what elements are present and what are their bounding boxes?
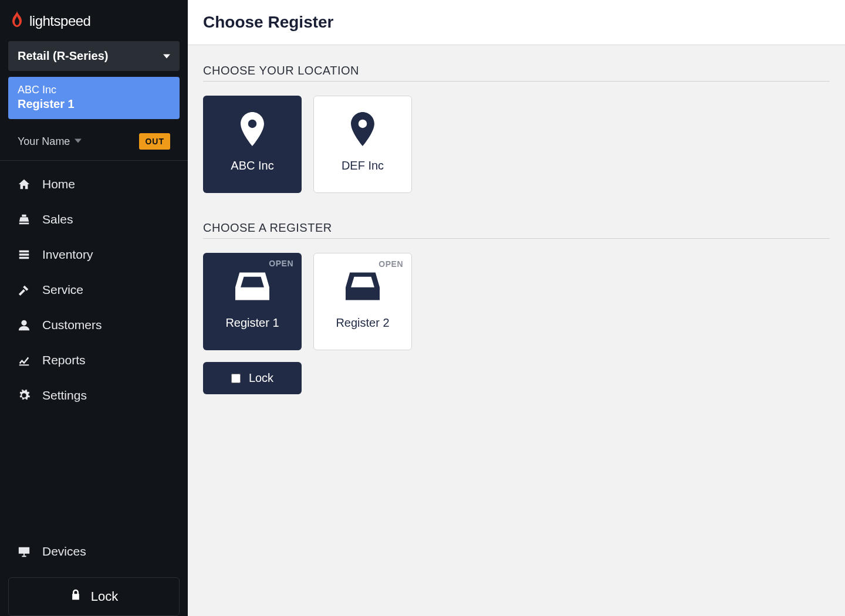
- monitor-icon: [16, 545, 32, 558]
- register-card-row: OPEN Register 1 OPEN Register 2: [203, 253, 830, 350]
- main: Choose Register CHOOSE YOUR LOCATION ABC…: [188, 0, 845, 616]
- location-card-label: ABC Inc: [231, 159, 273, 177]
- pin-icon: [346, 112, 380, 148]
- content: CHOOSE YOUR LOCATION ABC Inc DEF Inc CHO…: [188, 45, 845, 616]
- sidebar-item-label: Home: [42, 177, 75, 191]
- flame-logo-icon: [9, 11, 25, 32]
- context-register: Register 1: [18, 97, 170, 111]
- context-card[interactable]: ABC Inc Register 1: [8, 77, 180, 119]
- sidebar-item-inventory[interactable]: Inventory: [0, 237, 188, 272]
- hammer-icon: [16, 283, 32, 296]
- sidebar-item-label: Devices: [42, 544, 86, 559]
- product-selector[interactable]: Retail (R-Series): [8, 41, 180, 71]
- sidebar-item-label: Service: [42, 283, 83, 297]
- svg-point-0: [21, 320, 26, 326]
- user-name: Your Name: [18, 136, 70, 148]
- lock-button-label: Lock: [91, 589, 118, 604]
- sidebar-item-devices[interactable]: Devices: [0, 534, 188, 569]
- user-icon: [16, 319, 32, 331]
- user-row[interactable]: Your Name OUT: [8, 125, 180, 160]
- brand: lightspeed: [0, 0, 188, 41]
- sidebar-bottom: Devices Lock: [0, 534, 188, 616]
- register-card-1[interactable]: OPEN Register 1: [203, 253, 302, 350]
- register-status-badge: OPEN: [378, 259, 403, 269]
- clock-out-badge[interactable]: OUT: [139, 133, 170, 150]
- gear-icon: [16, 389, 32, 402]
- register-card-label: Register 2: [336, 316, 389, 334]
- sidebar-item-settings[interactable]: Settings: [0, 378, 188, 413]
- sidebar-item-label: Sales: [42, 212, 73, 226]
- sidebar-item-label: Inventory: [42, 248, 93, 262]
- page-header: Choose Register: [188, 0, 845, 45]
- location-card-row: ABC Inc DEF Inc: [203, 96, 830, 193]
- pin-icon: [235, 112, 269, 148]
- register-section-title: CHOOSE A REGISTER: [203, 221, 830, 239]
- lock-register-button[interactable]: Lock: [203, 362, 302, 394]
- lock-action-label: Lock: [249, 371, 273, 385]
- chevron-down-icon: [75, 136, 82, 147]
- product-selector-label: Retail (R-Series): [18, 49, 109, 63]
- main-nav: Home Sales Inventory Service Customers R…: [0, 161, 188, 534]
- location-card-abc[interactable]: ABC Inc: [203, 96, 302, 193]
- brand-name: lightspeed: [29, 13, 90, 29]
- register-card-label: Register 1: [225, 316, 279, 334]
- sidebar-item-home[interactable]: Home: [0, 167, 188, 202]
- sidebar-item-label: Reports: [42, 353, 86, 367]
- sidebar-item-label: Customers: [42, 318, 102, 332]
- context-company: ABC Inc: [18, 84, 170, 96]
- chart-icon: [16, 354, 32, 367]
- sidebar-item-label: Settings: [42, 388, 87, 402]
- drawer-icon: [235, 269, 269, 306]
- cash-register-icon: [16, 213, 32, 226]
- location-section-title: CHOOSE YOUR LOCATION: [203, 64, 830, 82]
- lock-session-button[interactable]: Lock: [8, 577, 180, 616]
- home-icon: [16, 178, 32, 191]
- register-card-2[interactable]: OPEN Register 2: [313, 253, 412, 350]
- boxes-icon: [16, 248, 32, 261]
- sidebar-item-sales[interactable]: Sales: [0, 202, 188, 237]
- sidebar-item-customers[interactable]: Customers: [0, 307, 188, 343]
- lock-checkbox[interactable]: [231, 374, 241, 383]
- sidebar-item-reports[interactable]: Reports: [0, 343, 188, 378]
- drawer-icon: [346, 269, 380, 306]
- register-status-badge: OPEN: [269, 259, 293, 268]
- location-card-label: DEF Inc: [342, 159, 384, 177]
- lock-icon: [70, 588, 82, 605]
- page-title: Choose Register: [203, 13, 830, 32]
- chevron-down-icon: [163, 49, 170, 63]
- sidebar-item-service[interactable]: Service: [0, 272, 188, 307]
- sidebar: lightspeed Retail (R-Series) ABC Inc Reg…: [0, 0, 188, 616]
- location-card-def[interactable]: DEF Inc: [313, 96, 412, 193]
